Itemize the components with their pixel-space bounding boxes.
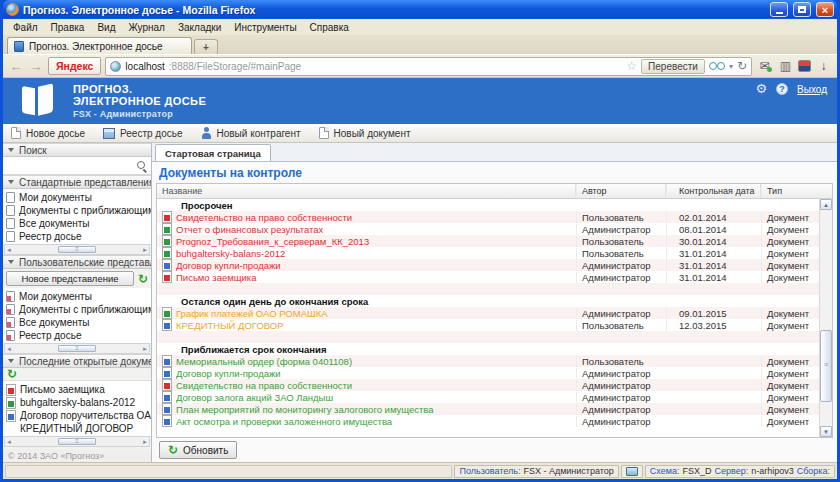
toolbar-new-counterparty[interactable]: Новый контрагент [201,127,301,139]
document-link[interactable]: Договор купли-продажи [176,368,281,379]
glasses-icon[interactable] [709,62,725,70]
document-link[interactable]: График платежей ОАО РОМАШКА [176,308,328,319]
document-row[interactable]: Договор купли-продажиАдминистраторДокуме… [157,367,819,379]
recent-doc-item[interactable]: КРЕДИТНЫЙ ДОГОВОР [3,422,151,435]
toolbar-new-dossier[interactable]: Новое досье [11,127,85,139]
toolbar-registry[interactable]: Реестр досье [103,128,182,139]
document-link[interactable]: КРЕДИТНЫЙ ДОГОВОР [176,320,284,331]
tab-start-page[interactable]: Стартовая страница [155,144,271,161]
document-link[interactable]: Свидетельство на право собственности [176,380,352,391]
recent-doc-item[interactable]: Договор поручительства ОАО [3,409,151,422]
library-icon[interactable]: ▥ [777,59,794,73]
menu-item[interactable]: Вид [91,21,121,34]
pdf-file-icon [162,379,172,391]
scroll-down-arrow[interactable]: ▼ [820,426,832,437]
standard-views-header[interactable]: Стандартные представления [3,175,151,189]
menu-item[interactable]: Правка [45,21,91,34]
column-header-author[interactable]: Автор [576,184,666,198]
document-link[interactable]: Договор залога акций ЗАО Ландыш [176,392,333,403]
document-link[interactable]: Отчет о финансовых результатах [176,224,323,235]
document-row[interactable]: План мероприятий по мониторингу залогово… [157,403,819,415]
sidebar-item[interactable]: Документы с приближающимися [3,303,151,316]
document-link[interactable]: Письмо заемщика [176,272,257,283]
minimize-button[interactable] [770,2,788,17]
document-link[interactable]: План мероприятий по мониторингу залогово… [176,404,434,415]
recent-doc-item[interactable]: buhgaltersky-balans-2012 [3,396,151,409]
dropdown-caret-icon[interactable]: ▾ [729,62,733,71]
document-row[interactable]: buhgaltersky-balans-2012Пользователь31.0… [157,247,819,259]
toolbar-new-document[interactable]: Новый документ [319,127,411,139]
reload-button[interactable]: ↻ [737,59,747,73]
settings-gear-icon[interactable]: ⚙ [755,83,767,95]
menu-item[interactable]: Файл [7,21,44,34]
type-cell: Документ [761,224,819,235]
menu-item[interactable]: Закладки [172,21,227,34]
sidebar-item[interactable]: Документы с приближающимися [3,204,151,217]
sidebar-item[interactable]: Все документы [3,316,151,329]
scroll-up-arrow[interactable]: ▲ [820,199,832,210]
document-row[interactable]: Prognoz_Требования_к_серверам_КК_2013Пол… [157,235,819,247]
user-views-header[interactable]: Пользовательские представления [3,255,151,269]
document-row[interactable]: КРЕДИТНЫЙ ДОГОВОРПользователь12.03.2015Д… [157,319,819,331]
search-input[interactable] [7,160,133,171]
horizontal-scrollbar[interactable]: ◄≡► [4,244,150,255]
document-row[interactable]: Свидетельство на право собственностиПоль… [157,211,819,223]
bookmark-star-icon[interactable]: ☆ [626,59,637,73]
menu-item[interactable]: Справка [304,21,355,34]
firefox-window: Прогноз. Электронное досье - Mozilla Fir… [0,0,840,482]
sidebar-item[interactable]: Мои документы [3,290,151,303]
refresh-icon[interactable]: ↻ [138,274,148,284]
document-row[interactable]: Акт осмотра и проверки заложенного имуще… [157,415,819,427]
menu-item[interactable]: Журнал [122,21,171,34]
recent-docs-header[interactable]: Последние открытые документы [3,354,151,368]
document-row[interactable]: Отчет о финансовых результатахАдминистра… [157,223,819,235]
document-row[interactable]: Свидетельство на право собственностиАдми… [157,379,819,391]
document-link[interactable]: Акт осмотра и проверки заложенного имуще… [176,416,392,427]
menu-item[interactable]: Инструменты [228,21,302,34]
document-row[interactable]: График платежей ОАО РОМАШКААдминистратор… [157,307,819,319]
sidebar-item[interactable]: Мои документы [3,191,151,204]
column-header-control-date[interactable]: Контрольная дата [666,184,761,198]
url-bar[interactable]: localhost :8888/FileStorage/#mainPage ☆ … [105,57,752,76]
horizontal-scrollbar[interactable]: ◄≡► [4,436,150,447]
column-header-type[interactable]: Тип [761,184,832,198]
document-link[interactable]: Договор купли-продажи [176,260,281,271]
download-icon[interactable]: ↓ [815,59,832,73]
new-view-button[interactable]: Новое представление [6,271,134,286]
maximize-button[interactable] [793,2,811,17]
sidebar-item[interactable]: Реестр досье [3,329,151,342]
document-row[interactable]: Договор купли-продажиАдминистратор31.01.… [157,259,819,271]
close-button[interactable]: × [816,2,834,17]
document-link[interactable]: Мемориальный ордер (форма 0401108) [176,356,352,367]
scrollbar-thumb[interactable]: ≡ [820,330,832,402]
logout-link[interactable]: Выход [797,84,827,95]
translate-button[interactable]: Перевести [641,59,705,74]
refresh-button[interactable]: ↻ Обновить [159,441,237,459]
search-icon[interactable] [136,160,147,171]
column-header-name[interactable]: Название [157,184,576,198]
doc-file-icon [6,410,16,422]
yandex-button[interactable]: Яндекс [48,57,101,75]
forward-button[interactable]: → [28,59,44,74]
refresh-icon[interactable]: ↻ [7,369,17,379]
group-header-row: Остался один день до окончания срока [157,295,819,307]
pocket-icon[interactable] [798,60,811,72]
vertical-scrollbar[interactable]: ▲ ≡ ▼ [819,199,832,437]
sidebar-item[interactable]: Все документы [3,217,151,230]
document-link[interactable]: Свидетельство на право собственности [176,212,352,223]
recent-doc-item[interactable]: Письмо заемщика [3,383,151,396]
mail-icon[interactable]: ✉ [756,59,773,73]
search-section-header[interactable]: Поиск [3,143,151,157]
document-row[interactable]: Письмо заемщикаАдминистратор31.01.2014До… [157,271,819,283]
browser-tab[interactable]: Прогноз. Электронное досье [7,37,192,54]
document-row[interactable]: Мемориальный ордер (форма 0401108)Пользо… [157,355,819,367]
document-row[interactable]: Договор залога акций ЗАО ЛандышАдминистр… [157,391,819,403]
help-icon[interactable]: ? [776,83,788,95]
new-tab-button[interactable]: + [194,39,218,54]
horizontal-scrollbar[interactable]: ◄≡► [4,343,150,354]
sidebar-item[interactable]: Реестр досье [3,230,151,243]
document-link[interactable]: buhgaltersky-balans-2012 [176,248,285,259]
back-button[interactable]: ← [8,59,24,74]
document-link[interactable]: Prognoz_Требования_к_серверам_КК_2013 [176,236,369,247]
name-cell: Акт осмотра и проверки заложенного имуще… [157,415,576,427]
